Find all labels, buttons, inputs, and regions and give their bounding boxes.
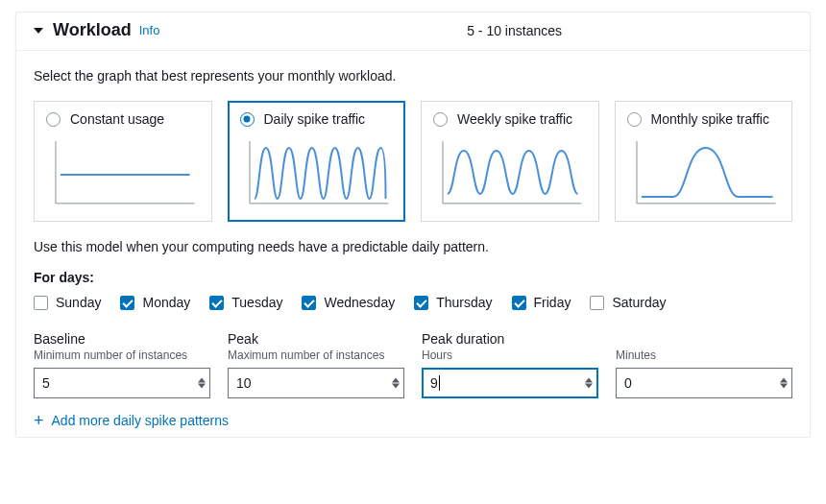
day-label: Tuesday — [231, 295, 282, 310]
peak-field: Peak Maximum number of instances 10 — [228, 331, 404, 398]
day-label: Friday — [534, 295, 571, 310]
day-tuesday[interactable]: Tuesday — [209, 295, 282, 310]
spinner-icon[interactable] — [392, 378, 400, 389]
panel-body: Select the graph that best represents yo… — [16, 51, 810, 437]
instance-summary: 5 - 10 instances — [467, 23, 562, 38]
field-label: Peak duration — [422, 331, 598, 347]
field-sublabel: Hours — [422, 348, 598, 364]
checkbox-icon — [34, 296, 48, 310]
checkbox-icon — [120, 296, 134, 310]
radio-icon — [240, 112, 255, 127]
day-saturday[interactable]: Saturday — [590, 295, 666, 310]
day-label: Thursday — [436, 295, 492, 310]
minutes-input[interactable]: 0 — [616, 368, 792, 398]
spinner-icon[interactable] — [198, 378, 206, 389]
intro-text: Select the graph that best represents yo… — [34, 68, 792, 84]
field-sublabel: Minutes — [616, 348, 792, 364]
graph-weekly-icon — [433, 136, 587, 209]
info-link[interactable]: Info — [139, 23, 160, 37]
field-label: Baseline — [34, 331, 210, 347]
fields-row: Baseline Minimum number of instances 5 P… — [34, 331, 792, 398]
radio-icon — [433, 112, 448, 127]
panel-title: Workload — [53, 20, 132, 40]
days-row: Sunday Monday Tuesday Wednesday Thursday… — [34, 295, 792, 310]
workload-options: Constant usage Daily spike traffic — [34, 101, 792, 222]
day-label: Wednesday — [324, 295, 395, 310]
field-sublabel: Minimum number of instances — [34, 348, 210, 364]
radio-icon — [627, 112, 642, 127]
input-value: 5 — [42, 375, 50, 391]
field-sublabel: Maximum number of instances — [228, 348, 404, 364]
option-label: Weekly spike traffic — [457, 111, 572, 127]
baseline-field: Baseline Minimum number of instances 5 — [34, 331, 210, 398]
add-more-label: Add more daily spike patterns — [52, 413, 229, 428]
option-monthly-spike[interactable]: Monthly spike traffic — [615, 101, 793, 222]
day-sunday[interactable]: Sunday — [34, 295, 101, 310]
graph-constant-icon — [46, 136, 200, 209]
add-more-patterns-link[interactable]: + Add more daily spike patterns — [34, 412, 792, 429]
day-label: Monday — [142, 295, 190, 310]
panel-header[interactable]: Workload Info 5 - 10 instances — [16, 12, 810, 51]
workload-panel: Workload Info 5 - 10 instances Select th… — [15, 12, 811, 438]
input-value: 9 — [430, 375, 438, 391]
hours-field: Peak duration Hours 9 — [422, 331, 598, 398]
day-thursday[interactable]: Thursday — [414, 295, 492, 310]
checkbox-icon — [590, 296, 604, 310]
checkbox-icon — [209, 296, 224, 310]
checkbox-icon — [302, 296, 316, 310]
plus-icon: + — [34, 412, 44, 429]
option-daily-spike[interactable]: Daily spike traffic — [228, 101, 406, 222]
for-days-label: For days: — [34, 270, 792, 285]
input-value: 10 — [236, 375, 252, 391]
peak-input[interactable]: 10 — [228, 368, 404, 398]
option-weekly-spike[interactable]: Weekly spike traffic — [421, 101, 599, 222]
checkbox-icon — [414, 296, 428, 310]
expand-caret-icon[interactable] — [34, 28, 43, 34]
description-text: Use this model when your computing needs… — [34, 239, 792, 254]
graph-daily-icon — [240, 136, 394, 209]
option-label: Constant usage — [70, 111, 164, 127]
hours-input[interactable]: 9 — [422, 368, 598, 398]
graph-monthly-icon — [627, 136, 781, 209]
field-label — [616, 331, 792, 347]
checkbox-icon — [512, 296, 526, 310]
spinner-icon[interactable] — [585, 378, 593, 389]
day-monday[interactable]: Monday — [120, 295, 190, 310]
option-label: Daily spike traffic — [264, 111, 366, 127]
option-label: Monthly spike traffic — [651, 111, 769, 127]
radio-icon — [46, 112, 61, 127]
option-constant-usage[interactable]: Constant usage — [34, 101, 212, 222]
minutes-field: Minutes 0 — [616, 331, 792, 398]
field-label: Peak — [228, 331, 404, 347]
input-value: 0 — [624, 375, 632, 391]
day-wednesday[interactable]: Wednesday — [302, 295, 395, 310]
text-cursor-icon — [439, 375, 440, 391]
baseline-input[interactable]: 5 — [34, 368, 210, 398]
day-friday[interactable]: Friday — [512, 295, 571, 310]
day-label: Saturday — [612, 295, 666, 310]
day-label: Sunday — [56, 295, 101, 310]
spinner-icon[interactable] — [780, 378, 788, 389]
